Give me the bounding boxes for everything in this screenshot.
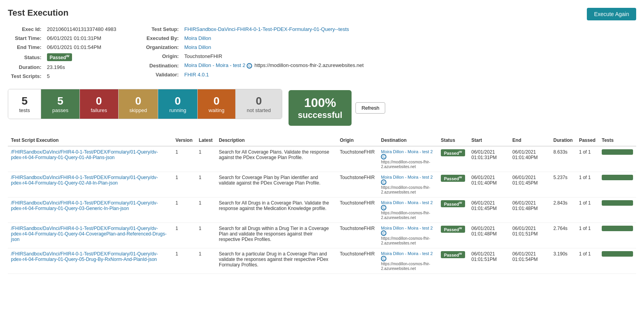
tests-cell bbox=[599, 248, 636, 274]
col-passed: Passed bbox=[576, 135, 599, 146]
col-tests: Tests bbox=[599, 135, 636, 146]
validator-label: Validator: bbox=[144, 71, 181, 79]
origin-cell: TouchstoneFHIR bbox=[337, 197, 378, 223]
script-link[interactable]: /FHIRSandbox/DaVinci/FHIR4-0-1-Test/PDEX… bbox=[11, 175, 158, 186]
end-cell: 06/01/2021 01:01:51PM bbox=[509, 223, 550, 248]
table-row: /FHIRSandbox/DaVinci/FHIR4-0-1-Test/PDEX… bbox=[8, 172, 636, 197]
version-cell: 1 bbox=[172, 146, 195, 172]
status-cell: PassedW bbox=[438, 223, 468, 248]
dest-circle-icon: C bbox=[381, 256, 386, 261]
description-cell: Search for All Drugs in a Coverage Plan.… bbox=[216, 197, 337, 223]
latest-cell: 1 bbox=[196, 172, 216, 197]
dest-url: https://modillon-cosmos-fhir-2.azurewebs… bbox=[381, 185, 430, 194]
origin-cell: TouchstoneFHIR bbox=[337, 146, 378, 172]
script-link[interactable]: /FHIRSandbox/DaVinci/FHIR4-0-1-Test/PDEX… bbox=[11, 149, 158, 160]
dest-circle-icon: C bbox=[381, 154, 386, 159]
start-cell: 06/01/2021 01:01:31PM bbox=[468, 146, 509, 172]
progress-bar bbox=[602, 251, 633, 257]
executed-by-link[interactable]: Moira Dillon bbox=[184, 35, 211, 41]
dest-circle-icon: C bbox=[381, 179, 386, 185]
dest-name-link[interactable]: Moira Dillon - Moira - test 2 bbox=[381, 226, 433, 230]
start-cell: 06/01/2021 01:01:40PM bbox=[468, 172, 509, 197]
duration-cell: 2.764s bbox=[550, 223, 576, 248]
organization-label: Organization: bbox=[144, 43, 181, 51]
tests-cell bbox=[599, 223, 636, 248]
latest-cell: 1 bbox=[196, 146, 216, 172]
progress-bar bbox=[602, 175, 633, 180]
version-cell: 1 bbox=[172, 248, 195, 274]
tests-cell bbox=[599, 146, 636, 172]
status-badge: PassedW bbox=[47, 53, 72, 61]
col-status: Status bbox=[438, 135, 468, 146]
duration-cell: 5.237s bbox=[550, 172, 576, 197]
end-time-value: 06/01/2021 01:01:54PM bbox=[45, 43, 119, 51]
start-cell: 06/01/2021 01:01:51PM bbox=[468, 248, 509, 274]
stat-waiting: 0 waiting bbox=[198, 89, 236, 119]
test-setup-link[interactable]: FHIRSandbox-DaVinci-FHIR4-0-1-Test-PDEX-… bbox=[184, 26, 349, 32]
destination-cell: Moira Dillon - Moira - test 2 C https://… bbox=[378, 223, 438, 248]
passed-cell: 1 of 1 bbox=[576, 223, 599, 248]
dest-url: https://modillon-cosmos-fhir-2.azurewebs… bbox=[381, 160, 430, 169]
progress-bar bbox=[602, 149, 633, 155]
success-box: 100% successful bbox=[289, 90, 352, 126]
status-cell: PassedW bbox=[438, 248, 468, 274]
script-link[interactable]: /FHIRSandbox/DaVinci/FHIR4-0-1-Test/PDEX… bbox=[11, 226, 167, 242]
passed-badge: PassedW bbox=[441, 175, 465, 182]
col-description: Description bbox=[216, 135, 337, 146]
col-origin: Origin bbox=[337, 135, 378, 146]
end-cell: 06/01/2021 01:01:48PM bbox=[509, 197, 550, 223]
end-cell: 06/01/2021 01:01:54PM bbox=[509, 248, 550, 274]
destination-circle-icon: C bbox=[247, 63, 252, 69]
refresh-button[interactable]: Refresh bbox=[355, 102, 385, 114]
test-scripts-label: Test Scripts: bbox=[9, 72, 44, 80]
tests-cell bbox=[599, 172, 636, 197]
destination-name-link[interactable]: Moira Dillon - Moira - test 2 bbox=[184, 62, 245, 68]
passed-cell: 1 of 1 bbox=[576, 197, 599, 223]
dest-name-link[interactable]: Moira Dillon - Moira - test 2 bbox=[381, 200, 433, 205]
script-link[interactable]: /FHIRSandbox/DaVinci/FHIR4-0-1-Test/PDEX… bbox=[11, 251, 158, 262]
duration-cell: 8.633s bbox=[550, 146, 576, 172]
table-row: /FHIRSandbox/DaVinci/FHIR4-0-1-Test/PDEX… bbox=[8, 223, 636, 248]
dest-name-link[interactable]: Moira Dillon - Moira - test 2 bbox=[381, 251, 433, 256]
stat-failures: 0 failures bbox=[80, 89, 119, 119]
origin-value: TouchstoneFHIR bbox=[182, 52, 366, 60]
dest-name-link[interactable]: Moira Dillon - Moira - test 2 bbox=[381, 175, 433, 179]
passed-badge: PassedW bbox=[441, 149, 465, 156]
end-cell: 06/01/2021 01:01:40PM bbox=[509, 146, 550, 172]
col-duration: Duration bbox=[550, 135, 576, 146]
passed-badge: PassedW bbox=[441, 251, 465, 258]
script-link[interactable]: /FHIRSandbox/DaVinci/FHIR4-0-1-Test/PDEX… bbox=[11, 200, 158, 211]
stat-notstarted: 0 not started bbox=[236, 89, 281, 119]
version-cell: 1 bbox=[172, 172, 195, 197]
duration-value: 23.196s bbox=[45, 63, 119, 71]
destination-label: Destination: bbox=[144, 61, 181, 70]
dest-url: https://modillon-cosmos-fhir-2.azurewebs… bbox=[381, 236, 430, 245]
page-title: Test Execution bbox=[8, 8, 69, 18]
destination-cell: Moira Dillon - Moira - test 2 C https://… bbox=[378, 172, 438, 197]
exec-id-value: 20210601140131337480 4983 bbox=[45, 25, 119, 33]
status-label: Status: bbox=[9, 52, 44, 62]
stat-running: 0 running bbox=[158, 89, 197, 119]
origin-label: Origin: bbox=[144, 52, 181, 60]
dest-name-link[interactable]: Moira Dillon - Moira - test 2 bbox=[381, 149, 433, 154]
dest-circle-icon: C bbox=[381, 230, 386, 236]
description-cell: Search for all Drugs within a Drug Tier … bbox=[216, 223, 337, 248]
latest-cell: 1 bbox=[196, 223, 216, 248]
progress-bar bbox=[602, 226, 633, 231]
start-time-label: Start Time: bbox=[9, 34, 44, 42]
destination-cell: Moira Dillon - Moira - test 2 C https://… bbox=[378, 197, 438, 223]
col-latest: Latest bbox=[196, 135, 216, 146]
col-start: Start bbox=[468, 135, 509, 146]
description-cell: Search for a particular Drug in a Covera… bbox=[216, 248, 337, 274]
passed-badge: PassedW bbox=[441, 200, 465, 207]
organization-link[interactable]: Moira Dillon bbox=[184, 44, 211, 50]
start-cell: 06/01/2021 01:01:45PM bbox=[468, 197, 509, 223]
validator-link[interactable]: FHIR 4.0.1 bbox=[184, 72, 209, 78]
execute-again-button[interactable]: Execute Again bbox=[587, 8, 636, 20]
version-cell: 1 bbox=[172, 223, 195, 248]
duration-label: Duration: bbox=[9, 63, 44, 71]
tests-cell bbox=[599, 197, 636, 223]
passed-badge: PassedW bbox=[441, 226, 465, 233]
version-cell: 1 bbox=[172, 197, 195, 223]
stat-tests: 5 tests bbox=[8, 89, 41, 119]
